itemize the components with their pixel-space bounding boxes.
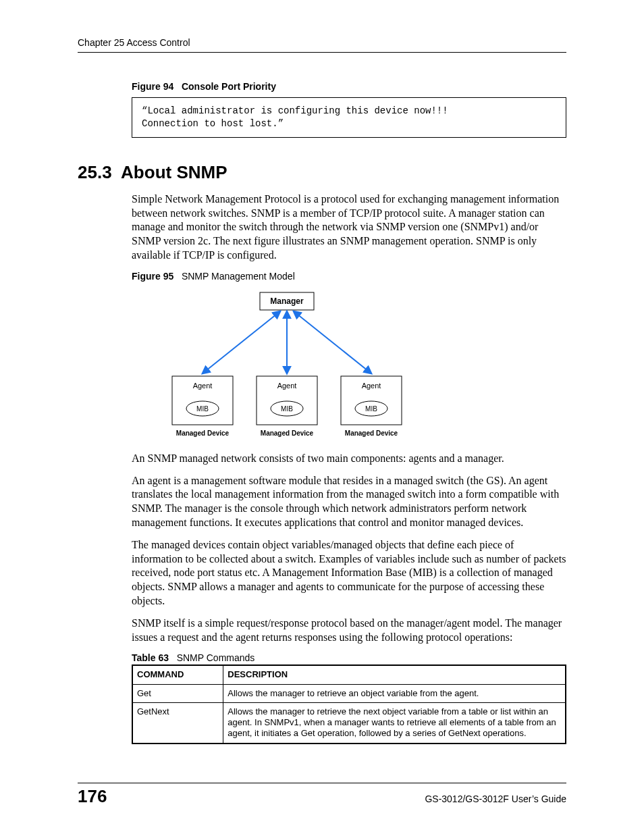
svg-text:MIB: MIB bbox=[281, 405, 293, 413]
chapter-header: Chapter 25 Access Control bbox=[78, 37, 566, 53]
figure94-number: Figure 94 bbox=[132, 81, 173, 92]
svg-text:Managed Device: Managed Device bbox=[176, 429, 230, 437]
svg-text:Managed Device: Managed Device bbox=[261, 429, 314, 437]
diagram-arrow-right bbox=[294, 311, 371, 373]
section-heading: 25.3 About SNMP bbox=[78, 162, 566, 183]
figure95-caption: Figure 95 SNMP Management Model bbox=[132, 271, 566, 282]
table-header-description: DESCRIPTION bbox=[223, 665, 566, 684]
figure94-title: Console Port Priority bbox=[182, 81, 276, 92]
snmp-commands-table: COMMAND DESCRIPTION Get Allows the manag… bbox=[132, 664, 566, 744]
table-row: GetNext Allows the manager to retrieve t… bbox=[132, 702, 566, 743]
paragraph-agent: An agent is a management software module… bbox=[132, 474, 566, 530]
paragraph-components: An SNMP managed network consists of two … bbox=[132, 452, 566, 466]
snmp-diagram: Manager Agent MIB Managed Device Ag bbox=[132, 287, 566, 445]
section-title: About SNMP bbox=[121, 162, 227, 182]
table-cell-description: Allows the manager to retrieve an object… bbox=[223, 684, 566, 702]
table-cell-description: Allows the manager to retrieve the next … bbox=[223, 702, 566, 743]
table-header-command: COMMAND bbox=[132, 665, 223, 684]
svg-text:Agent: Agent bbox=[277, 382, 297, 390]
paragraph-protocol: SNMP itself is a simple request/response… bbox=[132, 617, 566, 645]
table-header-row: COMMAND DESCRIPTION bbox=[132, 665, 566, 684]
diagram-arrow-left bbox=[203, 311, 280, 373]
table63-number: Table 63 bbox=[132, 652, 169, 663]
svg-text:Agent: Agent bbox=[193, 382, 213, 390]
table-row: Get Allows the manager to retrieve an ob… bbox=[132, 684, 566, 702]
guide-name: GS-3012/GS-3012F User’s Guide bbox=[425, 793, 566, 804]
diagram-device-1: Agent MIB Managed Device bbox=[172, 376, 233, 437]
paragraph-managed: The managed devices contain object varia… bbox=[132, 538, 566, 608]
diagram-manager-label: Manager bbox=[270, 296, 304, 306]
figure95-number: Figure 95 bbox=[132, 271, 173, 282]
table-cell-command: GetNext bbox=[132, 702, 223, 743]
table63-title: SNMP Commands bbox=[177, 652, 255, 663]
section-number: 25.3 bbox=[78, 162, 112, 182]
svg-text:MIB: MIB bbox=[196, 405, 209, 413]
svg-text:Managed Device: Managed Device bbox=[345, 429, 398, 437]
svg-text:Agent: Agent bbox=[362, 382, 381, 390]
diagram-device-2: Agent MIB Managed Device bbox=[257, 376, 317, 437]
figure94-caption: Figure 94 Console Port Priority bbox=[132, 81, 566, 92]
diagram-device-3: Agent MIB Managed Device bbox=[341, 376, 402, 437]
table-cell-command: Get bbox=[132, 684, 223, 702]
table63-caption: Table 63 SNMP Commands bbox=[132, 652, 566, 663]
paragraph-intro: Simple Network Management Protocol is a … bbox=[132, 192, 566, 263]
page-number: 176 bbox=[78, 786, 107, 807]
figure95-title: SNMP Management Model bbox=[182, 271, 295, 282]
svg-text:MIB: MIB bbox=[365, 405, 377, 413]
figure94-codebox: “Local administrator is configuring this… bbox=[132, 97, 566, 138]
